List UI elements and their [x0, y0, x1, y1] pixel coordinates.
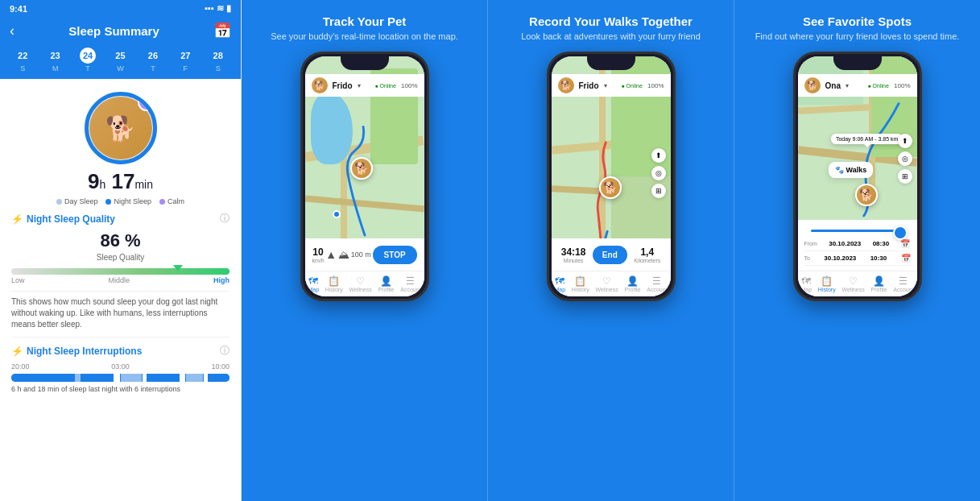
pet-name-3: Ona — [825, 81, 841, 90]
sleep-circle: 🐕 — [85, 92, 157, 164]
walks-card: 🐾 Walks — [829, 162, 873, 178]
interruptions-section: ⚡ Night Sleep Interruptions ⓘ 20:00 03:0… — [11, 337, 229, 393]
quality-percent: 86 % — [11, 230, 229, 251]
nav-history-3[interactable]: 📋 History — [818, 275, 836, 292]
form-to-row: To 30.10.2023 10:30 📅 — [804, 251, 911, 266]
int-seg-gap5 — [204, 374, 208, 382]
nav-map-3[interactable]: 🗺 Map — [800, 275, 812, 292]
location-icon-3[interactable]: ◎ — [898, 151, 912, 166]
pet-avatar-1: 🐕 — [312, 77, 328, 93]
interruptions-bar — [11, 374, 229, 382]
layers-icon-3[interactable]: ⊞ — [898, 169, 912, 184]
int-seg-gap2 — [114, 374, 120, 382]
day-25[interactable]: 25 W — [112, 48, 128, 72]
day-27[interactable]: 27 F — [177, 48, 193, 72]
calendar-from-icon[interactable]: 📅 — [900, 239, 910, 248]
legend-day-sleep: Day Sleep — [56, 197, 98, 205]
night-sleep-dot — [105, 199, 111, 205]
location-icon[interactable]: ◎ — [651, 166, 666, 180]
promo-panels-container: Track Your Pet See your buddy's real-tim… — [242, 0, 980, 501]
nav-account-2[interactable]: ☰ Account — [647, 275, 667, 292]
walk-km: 1,4 Kilometers — [634, 246, 660, 263]
day-22[interactable]: 22 S — [14, 48, 31, 72]
nav-map-1[interactable]: 🗺 Map — [308, 275, 319, 292]
pet-name-1: Frido — [333, 81, 353, 90]
walk-mountains-icon: ⛰ — [338, 248, 349, 261]
quality-bar: Low Middle High — [11, 268, 229, 284]
phone-bottom-nav-1: 🗺 Map 📋 History ♡ Wellness 👤 — [305, 271, 424, 296]
nav-account-3[interactable]: ☰ Account — [893, 275, 913, 292]
phone-bottom-nav-2: 🗺 Map 📋 History ♡ Wellness 👤 — [552, 271, 671, 296]
quality-bar-track — [11, 268, 229, 275]
time-slider[interactable] — [811, 230, 904, 232]
int-seg-4 — [147, 374, 179, 382]
status-bar: 9:41 ▪▪▪ ≋ ▮ — [0, 0, 241, 17]
interruptions-info-icon[interactable]: ⓘ — [220, 344, 229, 358]
nav-wellness-3[interactable]: ♡ Wellness — [841, 275, 864, 292]
int-seg-6 — [209, 374, 229, 382]
calendar-icon[interactable]: 📅 — [213, 22, 231, 39]
status-time: 9:41 — [10, 4, 27, 14]
sleep-content: 🐕 9h 17min Day Sleep Night Sleep Calm — [0, 79, 241, 501]
stop-button[interactable]: STOP — [373, 246, 417, 264]
walk-arrow-icon: ▲ — [325, 248, 337, 261]
chevron-icon-2: ▾ — [604, 82, 607, 89]
phone-mockup-3: 🐕 Today 9:06 AM - 3.85 km 🐾 Walks 🐕 Ona … — [793, 52, 922, 301]
nav-wellness-1[interactable]: ♡ Wellness — [349, 275, 371, 292]
calendar-to-icon[interactable]: 📅 — [901, 254, 911, 263]
chevron-icon-1: ▾ — [358, 82, 361, 89]
promo-subtitle-3: Find out where your furry friend loves t… — [755, 31, 960, 42]
int-seg-1 — [11, 374, 74, 382]
nav-profile-1[interactable]: 👤 Profile — [378, 275, 395, 292]
nav-history-2[interactable]: 📋 History — [572, 275, 589, 292]
phone-mockup-1: 🐕 🐕 Frido ▾ ● Online 100% — [300, 52, 429, 301]
quality-sublabel: Sleep Quality — [11, 253, 229, 262]
phone-mockup-2: 🐕 🐕 Frido ▾ ● Online 100% ⬆ ◎ — [547, 52, 676, 301]
quality-bar-marker — [173, 265, 183, 271]
phone-screen-3: 🐕 Today 9:06 AM - 3.85 km 🐾 Walks 🐕 Ona … — [798, 56, 917, 296]
interruptions-time-labels: 20:00 03:00 10:00 — [11, 362, 229, 371]
share-icon[interactable]: ⬆ — [651, 148, 666, 163]
quality-section-header: ⚡ Night Sleep Quality ⓘ — [11, 212, 229, 226]
day-28[interactable]: 28 S — [210, 48, 226, 72]
phone-screen-1: 🐕 🐕 Frido ▾ ● Online 100% — [305, 56, 424, 296]
end-button[interactable]: End — [593, 246, 627, 264]
promo-panel-walks: Record Your Walks Together Look back at … — [487, 0, 734, 501]
blue-dot-1 — [333, 210, 341, 218]
info-icon[interactable]: ⓘ — [220, 212, 229, 226]
nav-profile-2[interactable]: 👤 Profile — [625, 275, 641, 292]
day-26[interactable]: 26 T — [145, 48, 161, 72]
day-24-active[interactable]: 24 T — [80, 48, 96, 72]
dog-avatar: 🐕 — [89, 97, 152, 159]
promo-subtitle-1: See your buddy's real-time location on t… — [271, 31, 458, 42]
day-23[interactable]: 23 M — [48, 48, 64, 72]
day-sleep-dot — [56, 199, 62, 205]
walk-speed: 10 km/h — [312, 246, 324, 263]
layers-icon[interactable]: ⊞ — [651, 184, 666, 198]
quality-description: This shows how much sound sleep your dog… — [11, 291, 229, 330]
phone-notch-3 — [833, 54, 882, 70]
nav-map-2[interactable]: 🗺 Map — [554, 275, 565, 292]
nav-wellness-2[interactable]: ♡ Wellness — [595, 275, 618, 292]
battery-status-3: ● Online 100% — [867, 82, 910, 89]
map-bg-2: 🐕 🐕 Frido ▾ ● Online 100% ⬆ ◎ — [552, 56, 671, 296]
nav-account-1[interactable]: ☰ Account — [400, 275, 420, 292]
promo-panel-track: Track Your Pet See your buddy's real-tim… — [242, 0, 487, 501]
share-icon-3[interactable]: ⬆ — [898, 134, 912, 148]
interruptions-header: ⚡ Night Sleep Interruptions ⓘ — [11, 344, 229, 358]
week-navigation: 22 S 23 M 24 T 25 W 26 T 27 F 28 S — [0, 44, 241, 79]
interruptions-label: ⚡ Night Sleep Interruptions — [11, 346, 142, 357]
nav-profile-3[interactable]: 👤 Profile — [871, 275, 887, 292]
walk-action-bar-1: 10 km/h ▲ ⛰ 100 m STOP — [305, 238, 424, 271]
walk-tooltip: Today 9:06 AM - 3.85 km — [831, 134, 903, 144]
back-button[interactable]: ‹ — [10, 23, 14, 39]
chevron-icon-3: ▾ — [846, 82, 849, 89]
walk-minutes: 34:18 Minutes — [561, 246, 586, 263]
walk-dist-1: 100 m — [351, 250, 371, 259]
phone-app-header-3: 🐕 Ona ▾ ● Online 100% — [798, 74, 917, 97]
nav-history-1[interactable]: 📋 History — [325, 275, 343, 292]
legend-night-sleep: Night Sleep — [105, 197, 151, 205]
map-action-buttons: ⬆ ◎ ⊞ — [651, 148, 666, 198]
phone-notch-1 — [341, 54, 389, 70]
quality-label: ⚡ Night Sleep Quality — [11, 213, 115, 225]
